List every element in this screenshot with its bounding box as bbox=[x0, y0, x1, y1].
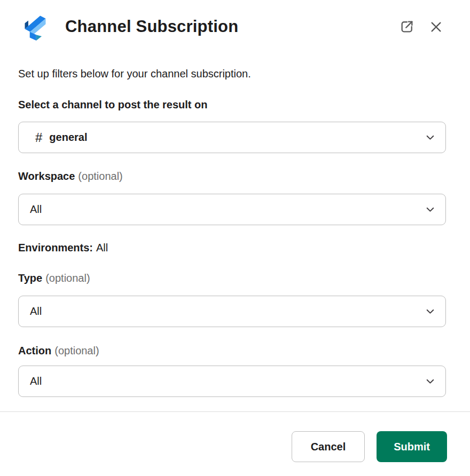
type-select-value: All bbox=[30, 305, 42, 318]
channel-select[interactable]: # general bbox=[18, 122, 446, 153]
chevron-down-icon bbox=[424, 375, 437, 388]
type-select[interactable]: All bbox=[18, 296, 446, 327]
modal-header: Channel Subscription bbox=[0, 0, 470, 41]
cancel-button[interactable]: Cancel bbox=[292, 431, 365, 462]
workspace-label-text: Workspace bbox=[18, 170, 75, 182]
intro-text: Set up filters below for your channel su… bbox=[18, 67, 446, 80]
workspace-select-value: All bbox=[30, 203, 42, 216]
type-field-label: Type(optional) bbox=[18, 272, 446, 284]
type-label-text: Type bbox=[18, 272, 42, 284]
channel-subscription-modal: Channel Subscription Set up filters belo… bbox=[0, 0, 470, 476]
environments-label: Environments: bbox=[18, 242, 93, 253]
submit-button[interactable]: Submit bbox=[377, 431, 447, 462]
chevron-down-icon bbox=[424, 203, 437, 216]
environments-summary: Environments:All bbox=[18, 241, 446, 254]
channel-field-label: Select a channel to post the result on bbox=[18, 98, 446, 111]
workspace-optional-text: (optional) bbox=[78, 170, 122, 182]
modal-body: Set up filters below for your channel su… bbox=[0, 67, 470, 397]
action-select[interactable]: All bbox=[18, 366, 446, 397]
app-logo-icon bbox=[21, 13, 49, 41]
modal-footer: Cancel Submit bbox=[0, 431, 470, 462]
external-link-icon bbox=[400, 19, 414, 34]
close-icon bbox=[429, 20, 443, 34]
environments-value: All bbox=[96, 242, 108, 253]
close-button[interactable] bbox=[429, 20, 443, 34]
action-optional-text: (optional) bbox=[54, 345, 99, 356]
action-select-value: All bbox=[30, 375, 42, 387]
channel-select-value: general bbox=[49, 131, 87, 144]
hash-icon: # bbox=[35, 130, 42, 145]
open-external-button[interactable] bbox=[400, 19, 414, 34]
header-actions bbox=[400, 19, 443, 34]
workspace-field-label: Workspace(optional) bbox=[18, 170, 446, 183]
modal-title: Channel Subscription bbox=[65, 13, 400, 41]
action-label-text: Action bbox=[18, 345, 51, 356]
chevron-down-icon bbox=[424, 131, 437, 144]
action-field-label: Action(optional) bbox=[18, 344, 446, 357]
type-optional-text: (optional) bbox=[45, 272, 90, 284]
footer-divider bbox=[0, 411, 470, 412]
workspace-select[interactable]: All bbox=[18, 194, 446, 225]
chevron-down-icon bbox=[424, 305, 437, 318]
